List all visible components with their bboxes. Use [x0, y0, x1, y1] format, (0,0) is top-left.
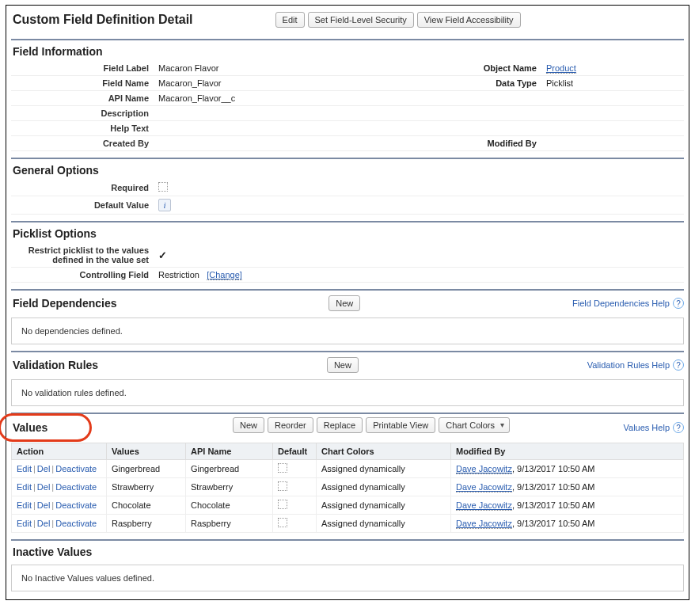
help-icon[interactable]: ?	[673, 422, 684, 433]
section-validation-rules: Validation Rules New Validation Rules He…	[11, 351, 684, 406]
section-title-field-information: Field Information	[13, 45, 103, 58]
del-link[interactable]: Del	[37, 500, 51, 510]
info-icon[interactable]: i	[158, 199, 171, 211]
value-data-type: Picklist	[541, 76, 684, 91]
values-reorder-button[interactable]: Reorder	[268, 417, 313, 433]
edit-link[interactable]: Edit	[17, 464, 32, 473]
label-data-type: Data Type	[415, 76, 541, 91]
validation-rules-help-link[interactable]: Validation Rules Help	[587, 360, 670, 370]
value-api-name: Macaron_Flavor__c	[154, 91, 684, 106]
label-required: Required	[11, 180, 154, 196]
cell-chart-colors: Assigned dynamically	[317, 515, 451, 533]
cell-api-name: Strawberry	[186, 478, 273, 496]
edit-link[interactable]: Edit	[17, 500, 32, 510]
modified-by-user-link[interactable]: Dave Jacowitz	[456, 482, 512, 492]
cell-api-name: Raspberry	[186, 515, 273, 533]
values-table: Action Values API Name Default Chart Col…	[11, 443, 684, 533]
section-title-field-dependencies: Field Dependencies	[13, 297, 116, 310]
deactivate-link[interactable]: Deactivate	[55, 500, 97, 510]
deactivate-link[interactable]: Deactivate	[55, 464, 97, 473]
label-restrict-picklist: Restrict picklist to the values defined …	[11, 243, 154, 268]
del-link[interactable]: Del	[37, 464, 51, 473]
value-controlling-field: Restriction	[158, 270, 199, 279]
cell-default	[273, 496, 317, 515]
cell-chart-colors: Assigned dynamically	[317, 460, 451, 478]
col-modified-by: Modified By	[451, 443, 684, 460]
field-dependencies-new-button[interactable]: New	[329, 295, 360, 311]
modified-at: , 9/13/2017 10:50 AM	[512, 464, 595, 473]
values-chart-colors-dropdown[interactable]: Chart Colors	[439, 417, 510, 433]
cell-value: Strawberry	[107, 478, 186, 496]
deactivate-link[interactable]: Deactivate	[55, 482, 97, 492]
cell-modified-by: Dave Jacowitz, 9/13/2017 10:50 AM	[451, 478, 684, 496]
field-dependencies-help-link[interactable]: Field Dependencies Help	[572, 298, 670, 308]
table-row: Edit|Del|DeactivateGingerbreadGingerbrea…	[12, 460, 684, 478]
cell-default	[273, 478, 317, 496]
cell-chart-colors: Assigned dynamically	[317, 496, 451, 515]
edit-button[interactable]: Edit	[275, 12, 305, 28]
label-controlling-field: Controlling Field	[11, 268, 154, 283]
value-field-label: Macaron Flavor	[154, 61, 415, 76]
default-checkbox	[278, 481, 287, 491]
modified-at: , 9/13/2017 10:50 AM	[512, 519, 595, 528]
value-created-by	[154, 136, 415, 151]
value-modified-by	[541, 136, 684, 151]
values-new-button[interactable]: New	[233, 417, 264, 433]
value-object-name[interactable]: Product	[546, 63, 576, 74]
deactivate-link[interactable]: Deactivate	[55, 519, 97, 528]
inactive-values-empty: No Inactive Values values defined.	[11, 565, 684, 591]
default-checkbox	[278, 518, 287, 527]
modified-by-user-link[interactable]: Dave Jacowitz	[456, 464, 512, 474]
cell-chart-colors: Assigned dynamically	[317, 478, 451, 496]
restrict-checkmark-icon: ✓	[158, 249, 167, 261]
value-field-name: Macaron_Flavor	[154, 76, 415, 91]
col-api-name: API Name	[186, 443, 273, 460]
table-row: Edit|Del|DeactivateStrawberryStrawberryA…	[12, 478, 684, 496]
cell-api-name: Gingerbread	[186, 460, 273, 478]
section-picklist-options: Picklist Options Restrict picklist to th…	[11, 221, 684, 283]
help-icon[interactable]: ?	[673, 298, 684, 309]
section-field-dependencies: Field Dependencies New Field Dependencie…	[11, 289, 684, 344]
required-checkbox	[158, 182, 168, 192]
validation-rules-empty: No validation rules defined.	[11, 379, 684, 406]
field-dependencies-empty: No dependencies defined.	[11, 318, 684, 344]
label-api-name: API Name	[11, 91, 154, 106]
values-printable-view-button[interactable]: Printable View	[366, 417, 435, 433]
modified-at: , 9/13/2017 10:50 AM	[512, 482, 595, 492]
del-link[interactable]: Del	[37, 482, 51, 492]
section-general-options: General Options Required Default Value i	[11, 158, 684, 215]
label-field-name: Field Name	[11, 76, 154, 91]
label-created-by: Created By	[11, 136, 154, 151]
section-title-general-options: General Options	[13, 164, 99, 177]
label-default-value: Default Value	[11, 196, 154, 215]
label-description: Description	[11, 106, 154, 121]
cell-default	[273, 460, 317, 478]
cell-modified-by: Dave Jacowitz, 9/13/2017 10:50 AM	[451, 496, 684, 515]
values-replace-button[interactable]: Replace	[317, 417, 363, 433]
table-row: Edit|Del|DeactivateRaspberryRaspberryAss…	[12, 515, 684, 533]
col-default: Default	[273, 443, 317, 460]
edit-link[interactable]: Edit	[17, 482, 32, 492]
default-checkbox	[278, 500, 287, 509]
set-field-level-security-button[interactable]: Set Field-Level Security	[308, 12, 414, 28]
values-help-link[interactable]: Values Help	[624, 423, 670, 432]
del-link[interactable]: Del	[37, 519, 51, 528]
page-header: Custom Field Definition Detail Edit Set …	[11, 9, 684, 32]
col-chart-colors: Chart Colors	[317, 443, 451, 460]
view-field-accessibility-button[interactable]: View Field Accessibility	[417, 12, 521, 28]
help-icon[interactable]: ?	[673, 359, 684, 371]
table-row: Edit|Del|DeactivateChocolateChocolateAss…	[12, 496, 684, 515]
edit-link[interactable]: Edit	[17, 519, 32, 528]
change-controlling-link[interactable]: [Change]	[207, 270, 242, 280]
label-field-label: Field Label	[11, 61, 154, 76]
cell-value: Chocolate	[107, 496, 186, 515]
value-description	[154, 106, 684, 121]
section-values: Values New Reorder Replace Printable Vie…	[11, 413, 684, 533]
validation-rules-new-button[interactable]: New	[327, 357, 359, 373]
section-title-inactive-values: Inactive Values	[13, 546, 92, 558]
modified-at: , 9/13/2017 10:50 AM	[512, 500, 595, 510]
modified-by-user-link[interactable]: Dave Jacowitz	[456, 519, 512, 529]
section-title-validation-rules: Validation Rules	[13, 359, 98, 371]
cell-api-name: Chocolate	[186, 496, 273, 515]
modified-by-user-link[interactable]: Dave Jacowitz	[456, 500, 512, 511]
